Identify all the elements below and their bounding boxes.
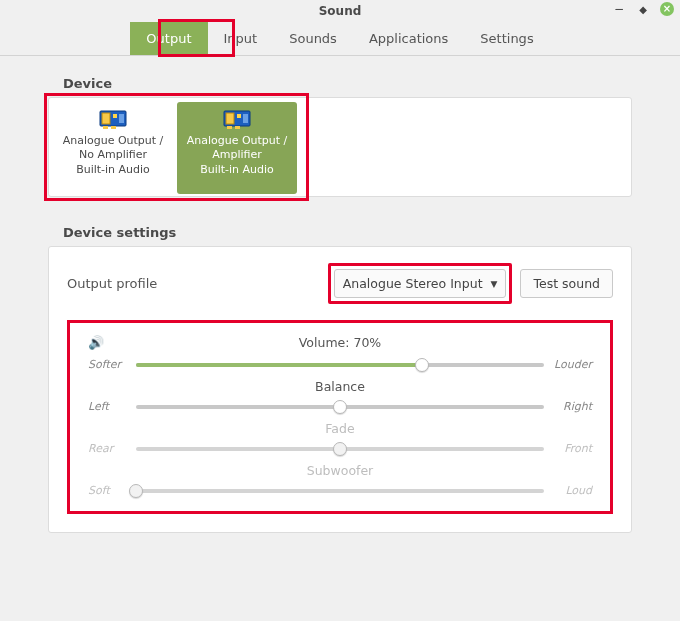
device-list: Analogue Output / No Amplifier Built-in …: [48, 97, 632, 197]
tab-output[interactable]: Output: [130, 22, 207, 55]
device-card-amplifier[interactable]: Analogue Output / Amplifier Built-in Aud…: [177, 102, 297, 194]
device-line3: Built-in Audio: [76, 163, 150, 177]
volume-header: 🔊 Volume: 70%: [88, 335, 592, 350]
volume-slider[interactable]: [136, 363, 544, 367]
svg-rect-1: [102, 113, 110, 124]
balance-label: Balance: [88, 379, 592, 394]
svg-rect-3: [119, 114, 124, 123]
device-card-no-amplifier[interactable]: Analogue Output / No Amplifier Built-in …: [53, 102, 173, 194]
subwoofer-slider-row: Soft Loud: [88, 484, 592, 497]
fade-label: Fade: [88, 421, 592, 436]
device-line3: Built-in Audio: [200, 163, 274, 177]
tab-applications[interactable]: Applications: [353, 22, 464, 55]
svg-rect-4: [103, 126, 108, 129]
close-button[interactable]: ×: [660, 2, 674, 16]
fade-slider-row: Rear Front: [88, 442, 592, 455]
svg-rect-10: [227, 126, 232, 129]
subwoofer-left-label: Soft: [88, 484, 128, 497]
fade-slider: [136, 447, 544, 451]
volume-slider-row: Softer Louder: [88, 358, 592, 371]
title-bar: Sound − ◆ ×: [0, 0, 680, 22]
output-profile-value: Analogue Stereo Input: [343, 276, 483, 291]
test-sound-label: Test sound: [533, 276, 600, 291]
tab-applications-label: Applications: [369, 31, 448, 46]
tab-sounds-label: Sounds: [289, 31, 337, 46]
volume-label: Volume: 70%: [299, 335, 381, 350]
subwoofer-slider: [136, 489, 544, 493]
speaker-icon: 🔊: [88, 335, 104, 350]
svg-rect-2: [113, 114, 117, 118]
svg-rect-8: [237, 114, 241, 118]
output-profile-row: Output profile Analogue Stereo Input ▼ T…: [67, 263, 613, 304]
svg-rect-5: [111, 126, 116, 129]
fade-right-label: Front: [552, 442, 592, 455]
balance-left-label: Left: [88, 400, 128, 413]
svg-rect-7: [226, 113, 234, 124]
tab-settings-label: Settings: [480, 31, 533, 46]
maximize-button[interactable]: ◆: [636, 2, 650, 16]
device-line2: Amplifier: [212, 148, 262, 162]
volume-right-label: Louder: [552, 358, 592, 371]
balance-right-label: Right: [552, 400, 592, 413]
sound-card-icon: [223, 108, 251, 130]
tab-input-label: Input: [224, 31, 258, 46]
svg-rect-11: [235, 126, 240, 129]
window-title: Sound: [319, 4, 362, 18]
test-sound-button[interactable]: Test sound: [520, 269, 613, 298]
volume-left-label: Softer: [88, 358, 128, 371]
output-profile-combo[interactable]: Analogue Stereo Input ▼: [334, 269, 507, 298]
device-line1: Analogue Output /: [63, 134, 164, 148]
balance-slider-row: Left Right: [88, 400, 592, 413]
tab-sounds[interactable]: Sounds: [273, 22, 353, 55]
tab-input[interactable]: Input: [208, 22, 274, 55]
chevron-down-icon: ▼: [491, 279, 498, 289]
device-panel-wrap: Analogue Output / No Amplifier Built-in …: [48, 97, 632, 197]
device-line2: No Amplifier: [79, 148, 147, 162]
svg-rect-9: [243, 114, 248, 123]
minimize-button[interactable]: −: [612, 2, 626, 16]
device-section-label: Device: [63, 76, 632, 91]
device-settings-panel: Output profile Analogue Stereo Input ▼ T…: [48, 246, 632, 533]
output-profile-label: Output profile: [67, 276, 157, 291]
fade-left-label: Rear: [88, 442, 128, 455]
content: Device Analogue Output / No Amplifier Bu…: [0, 56, 680, 533]
balance-slider[interactable]: [136, 405, 544, 409]
subwoofer-label: Subwoofer: [88, 463, 592, 478]
window-controls: − ◆ ×: [612, 2, 674, 16]
tab-output-label: Output: [146, 31, 191, 46]
sliders-block: 🔊 Volume: 70% Softer Louder Balance Left…: [67, 320, 613, 514]
subwoofer-right-label: Loud: [552, 484, 592, 497]
tabs: Output Input Sounds Applications Setting…: [0, 22, 680, 56]
sound-card-icon: [99, 108, 127, 130]
device-settings-section-label: Device settings: [63, 225, 632, 240]
device-line1: Analogue Output /: [187, 134, 288, 148]
highlight-profile-combo: Analogue Stereo Input ▼: [328, 263, 513, 304]
tab-settings[interactable]: Settings: [464, 22, 549, 55]
